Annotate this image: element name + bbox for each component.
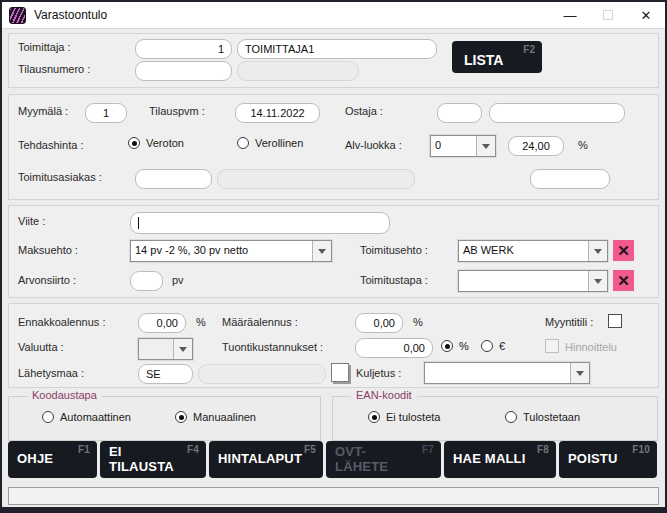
ei-tilausta-button[interactable]: EI TILAUSTA F4 (100, 441, 206, 478)
toimittaja-name-field[interactable]: TOIMITTAJA1 (237, 39, 437, 59)
alv-luokka-dropdown-button[interactable] (476, 136, 495, 156)
lahetysmaa-field[interactable]: SE (138, 364, 193, 384)
radio-ei-tulosteta-label: Ei tulosteta (386, 411, 440, 423)
myyntitili-label: Myyntitili : (545, 316, 593, 328)
ean-koodit-title: EAN-koodit (351, 389, 417, 401)
titlebar: Varastoontulo — ✕ (2, 2, 665, 29)
radio-ei-tulosteta[interactable]: Ei tulosteta (368, 411, 440, 423)
kuljetus-value (425, 363, 570, 383)
alv-luokka-select[interactable]: 0 (430, 135, 496, 157)
ei-tilausta-button-label: EI TILAUSTA (109, 445, 180, 475)
myyntitili-checkbox[interactable] (608, 314, 622, 328)
radio-euro-icon (481, 340, 493, 352)
tilauspvm-label: Tilauspvm : (149, 105, 205, 117)
poistu-button[interactable]: POISTU F10 (559, 441, 657, 478)
ovt-lahete-button[interactable]: OVT-LÄHETE F7 (326, 441, 441, 478)
toimitusehto-select[interactable]: AB WERK (458, 240, 608, 262)
toimitustapa-select[interactable] (458, 270, 608, 292)
radio-tulostetaan-label: Tulostetaan (523, 411, 580, 423)
tilausnumero-field[interactable] (135, 61, 232, 81)
tehdashinta-label: Tehdashinta : (18, 139, 83, 151)
ostaja-name-field[interactable] (489, 103, 625, 123)
arvonsiirto-field[interactable] (130, 271, 163, 291)
arvonsiirto-unit-label: pv (172, 274, 184, 286)
toimitusehto-value: AB WERK (459, 241, 588, 261)
maksuehto-label: Maksuehto : (18, 244, 78, 256)
lista-fkey: F2 (523, 44, 535, 55)
chevron-down-icon (179, 347, 187, 352)
radio-verollinen-label: Verollinen (255, 137, 303, 149)
kuljetus-dropdown-button[interactable] (570, 363, 589, 383)
ennakkoalennus-field[interactable]: 0,00 (138, 313, 186, 333)
lista-button-label: LISTA (464, 52, 503, 68)
chevron-down-icon (482, 144, 490, 149)
radio-manuaalinen-label: Manuaalinen (193, 411, 256, 423)
radio-veroton-icon (128, 137, 140, 149)
maaraalennus-label: Määräalennus : (222, 316, 298, 328)
toimittaja-code-field[interactable]: 1 (135, 39, 232, 59)
koodaustapa-title: Koodaustapa (27, 389, 102, 401)
hintalaput-fkey: F5 (304, 444, 316, 456)
chevron-down-icon (594, 279, 602, 284)
hintalaput-button[interactable]: HINTALAPUT F5 (209, 441, 323, 478)
valuutta-dropdown-button[interactable] (173, 339, 192, 359)
toimitusasiakas-code-field[interactable] (135, 169, 212, 189)
maksuehto-value: 14 pv -2 %, 30 pv netto (131, 241, 312, 261)
minimize-button[interactable]: — (551, 2, 589, 28)
kuljetus-select[interactable] (424, 362, 590, 384)
maaraalennus-field[interactable]: 0,00 (355, 313, 403, 333)
maksuehto-select[interactable]: 14 pv -2 %, 30 pv netto (130, 240, 332, 262)
radio-automaattinen-icon (42, 411, 54, 423)
lista-button[interactable]: LISTA F2 (452, 41, 542, 73)
hae-malli-button[interactable]: HAE MALLI F8 (444, 441, 556, 478)
kuljetus-label: Kuljetus : (356, 367, 401, 379)
maksuehto-dropdown-button[interactable] (312, 241, 331, 261)
radio-veroton[interactable]: Veroton (128, 137, 184, 149)
hae-malli-fkey: F8 (537, 444, 549, 456)
lahetysmaa-name-field (198, 364, 326, 384)
ei-tilausta-fkey: F4 (187, 444, 199, 456)
toimitusasiakas-extra-field[interactable] (530, 169, 610, 189)
tilausnumero-name-field (237, 61, 359, 81)
alv-percent-field[interactable]: 24,00 (508, 136, 564, 156)
radio-tuonti-percent[interactable]: % (441, 340, 469, 352)
close-button[interactable]: ✕ (627, 2, 665, 28)
viite-label: Viite : (18, 215, 45, 227)
chevron-down-icon (318, 249, 326, 254)
ennakkoalennus-sign: % (196, 316, 206, 328)
toimitusehto-dropdown-button[interactable] (588, 241, 607, 261)
chevron-down-icon (576, 371, 584, 376)
radio-tulostetaan[interactable]: Tulostetaan (505, 411, 580, 423)
lahetysmaa-list-button[interactable] (331, 363, 349, 382)
maximize-button[interactable] (589, 2, 627, 28)
window-title: Varastoontulo (34, 8, 107, 22)
tuontikustannukset-field[interactable]: 0,00 (355, 338, 433, 358)
app-logo-icon (9, 7, 26, 24)
ennakkoalennus-label: Ennakkoalennus : (18, 316, 105, 328)
toimitusasiakas-name-field (217, 169, 415, 189)
radio-euro-label: € (499, 340, 505, 352)
ovt-lahete-fkey: F7 (422, 444, 434, 456)
toimitusehto-clear-button[interactable]: ✕ (613, 240, 634, 261)
alv-luokka-value: 0 (431, 136, 476, 156)
radio-manuaalinen[interactable]: Manuaalinen (175, 411, 256, 423)
toimitustapa-label: Toimitustapa : (360, 274, 428, 286)
radio-automaattinen[interactable]: Automaattinen (42, 411, 131, 423)
myymala-field[interactable]: 1 (85, 103, 127, 123)
ostaja-code-field[interactable] (437, 103, 482, 123)
valuutta-label: Valuutta : (18, 341, 64, 353)
radio-veroton-label: Veroton (146, 137, 184, 149)
radio-tuonti-euro[interactable]: € (481, 340, 505, 352)
chevron-down-icon (594, 249, 602, 254)
radio-percent-label: % (459, 340, 469, 352)
tilauspvm-field[interactable]: 14.11.2022 (235, 103, 320, 123)
hae-malli-button-label: HAE MALLI (453, 452, 526, 467)
maximize-icon (603, 10, 613, 20)
toimitustapa-dropdown-button[interactable] (588, 271, 607, 291)
viite-field[interactable] (130, 212, 390, 234)
radio-verollinen[interactable]: Verollinen (237, 137, 303, 149)
toimitustapa-clear-button[interactable]: ✕ (613, 270, 634, 291)
valuutta-select[interactable] (138, 338, 193, 360)
ohje-button[interactable]: OHJE F1 (8, 441, 97, 478)
ovt-lahete-button-label: OVT-LÄHETE (335, 445, 415, 475)
